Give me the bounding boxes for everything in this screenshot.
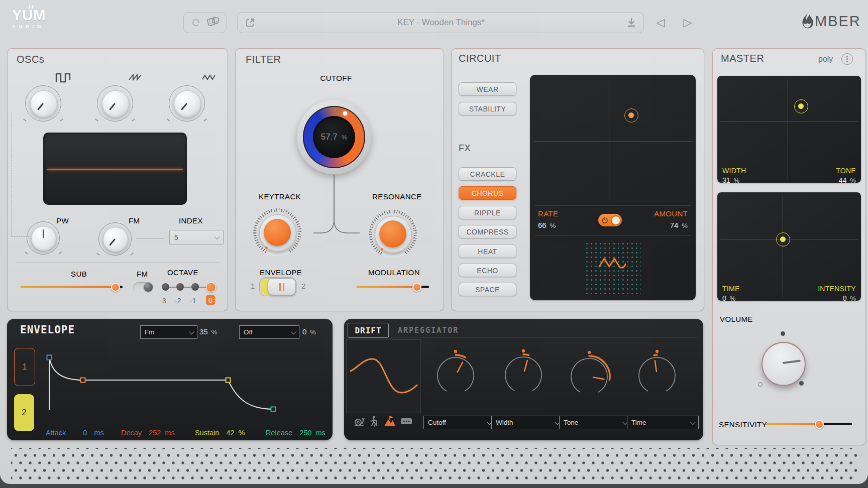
fm-toggle-label: FM: [137, 270, 148, 278]
fx-button-compress[interactable]: COMPRESS: [459, 225, 516, 238]
drift-panel: DRIFT ARPEGGIATOR: [344, 319, 703, 440]
octave-dot-minus3[interactable]: [162, 283, 169, 291]
octave-dot-minus2[interactable]: [176, 283, 184, 291]
osc1-level-knob[interactable]: [25, 85, 61, 121]
sustain-handle[interactable]: [226, 378, 231, 383]
snail-icon[interactable]: [353, 417, 365, 427]
attack-handle[interactable]: [47, 355, 52, 360]
drift-knob-time[interactable]: [629, 348, 685, 403]
envelope-tab-1[interactable]: 1: [14, 348, 35, 386]
sensitivity-slider[interactable]: [766, 423, 852, 425]
adsr-curve[interactable]: [37, 344, 318, 424]
next-preset-button[interactable]: ▷: [679, 14, 696, 31]
share-icon[interactable]: [245, 17, 256, 28]
fm-knob[interactable]: [98, 222, 132, 256]
sub-slider[interactable]: [21, 286, 123, 288]
fx-xy-pad[interactable]: RATE 66% AMOUNT 74%: [530, 75, 696, 300]
options-kebab-icon[interactable]: [841, 53, 853, 65]
wear-button[interactable]: WEAR: [459, 82, 516, 96]
octave-option-label[interactable]: -1: [190, 297, 196, 305]
randomize-dice-icon[interactable]: [206, 16, 220, 29]
envelope-switch-handle[interactable]: [268, 278, 296, 295]
fx-power-toggle-knob: [611, 215, 621, 225]
preset-bar[interactable]: KEY - Wooden Things*: [237, 12, 644, 33]
keytrack-knob[interactable]: [253, 208, 301, 257]
fx-button-ripple[interactable]: RIPPLE: [459, 206, 516, 219]
pw-knob[interactable]: [27, 221, 60, 255]
history-group: [183, 12, 227, 33]
fx-power-toggle[interactable]: [598, 214, 622, 226]
attack-readout[interactable]: Attack0ms: [46, 429, 104, 437]
sustain-readout[interactable]: Sustain42%: [195, 429, 245, 437]
pulse-wave-icon: [55, 70, 73, 85]
drift-knob-width[interactable]: [496, 347, 551, 403]
save-download-icon[interactable]: [626, 17, 636, 28]
env-mod-target-2-select[interactable]: Off: [239, 325, 299, 339]
decay-handle[interactable]: [81, 378, 85, 383]
width-value: 31%: [722, 176, 739, 184]
fx-button-echo[interactable]: ECHO: [459, 264, 516, 277]
pad1-crosshair-v: [788, 79, 788, 180]
chevron-down-icon: [214, 234, 220, 239]
drift-knob-tone[interactable]: [562, 349, 617, 404]
env-mod-amount-2[interactable]: 0%: [302, 327, 316, 336]
drift-wave-curve: [347, 340, 420, 413]
oscs-title: OSCs: [17, 54, 44, 65]
env-option-2[interactable]: 2: [301, 282, 305, 290]
chorus-wave-logo: [598, 257, 628, 270]
fx-pad-separator-bottom: [535, 235, 691, 236]
stability-button[interactable]: STABILITY: [459, 102, 516, 115]
voice-mode[interactable]: poly: [818, 55, 833, 64]
osc2-level-knob[interactable]: [97, 85, 133, 121]
drift-target-select-1[interactable]: Cutoff: [423, 416, 495, 429]
tab-drift[interactable]: DRIFT: [348, 323, 389, 338]
intensity-label: INTENSITY: [818, 285, 856, 293]
fx-button-chorus[interactable]: CHORUS: [459, 186, 516, 200]
octave-option-label[interactable]: -2: [175, 297, 181, 305]
fm-toggle[interactable]: [133, 282, 153, 292]
index-label: INDEX: [179, 216, 203, 225]
volume-marker-max: [799, 381, 804, 386]
octave-option-label[interactable]: -3: [160, 297, 166, 305]
yum-audio-logo: YUM AUDIO: [12, 7, 46, 29]
release-readout[interactable]: Release250ms: [266, 429, 325, 437]
fx-button-crackle[interactable]: CRACKLE: [459, 167, 516, 181]
filter-envelope-switch[interactable]: [259, 277, 296, 296]
fx-button-space[interactable]: SPACE: [459, 283, 516, 296]
prev-preset-button[interactable]: ◁: [652, 14, 669, 31]
volume-knob[interactable]: [762, 342, 806, 386]
osc3-level-knob[interactable]: [169, 85, 205, 121]
release-handle[interactable]: [271, 407, 276, 412]
envelope-tab-2[interactable]: 2: [14, 394, 34, 431]
width-tone-pad[interactable]: WIDTH 31% TONE 44%: [717, 76, 861, 183]
modulation-slider[interactable]: [357, 286, 429, 288]
fx-button-heat[interactable]: HEAT: [459, 245, 516, 258]
mountain-icon[interactable]: [383, 416, 396, 427]
speaker-grille: [11, 448, 857, 484]
oscs-divider: [17, 263, 220, 263]
decay-readout[interactable]: Decay252ms: [121, 429, 175, 437]
drift-target-select-4[interactable]: Time: [627, 416, 699, 429]
env-mod-target-1-select[interactable]: Fm: [140, 325, 197, 339]
drift-knob-cutoff[interactable]: [428, 348, 483, 403]
env-option-1[interactable]: 1: [251, 282, 255, 290]
chevron-down-icon: [291, 328, 296, 334]
octave-option-label-active[interactable]: 0: [206, 295, 215, 305]
envelope-panel: ENVELOPE Fm 35% Off 0% 1 2 Attack0ms Dec…: [7, 319, 333, 440]
drift-target-select-3[interactable]: Tone: [559, 416, 631, 429]
drift-target-select-2[interactable]: Width: [491, 416, 563, 429]
time-intensity-pad[interactable]: TIME 0% INTENSITY 0%: [717, 192, 861, 301]
amount-label: AMOUNT: [654, 209, 688, 218]
preset-title[interactable]: KEY - Wooden Things*: [256, 18, 626, 28]
resonance-knob[interactable]: [369, 210, 417, 258]
vehicle-icon[interactable]: [400, 417, 412, 426]
undo-icon[interactable]: [190, 17, 201, 28]
tab-arpeggiator[interactable]: ARPEGGIATOR: [398, 326, 459, 335]
octave-dot-zero[interactable]: [206, 282, 216, 292]
fx-label: FX: [459, 143, 471, 154]
index-select[interactable]: 5: [169, 230, 224, 245]
walker-icon[interactable]: [369, 416, 379, 427]
drift-target-4-value: Time: [631, 419, 646, 426]
octave-dot-minus1[interactable]: [191, 283, 199, 291]
env-mod-amount-1[interactable]: 35%: [199, 327, 217, 336]
